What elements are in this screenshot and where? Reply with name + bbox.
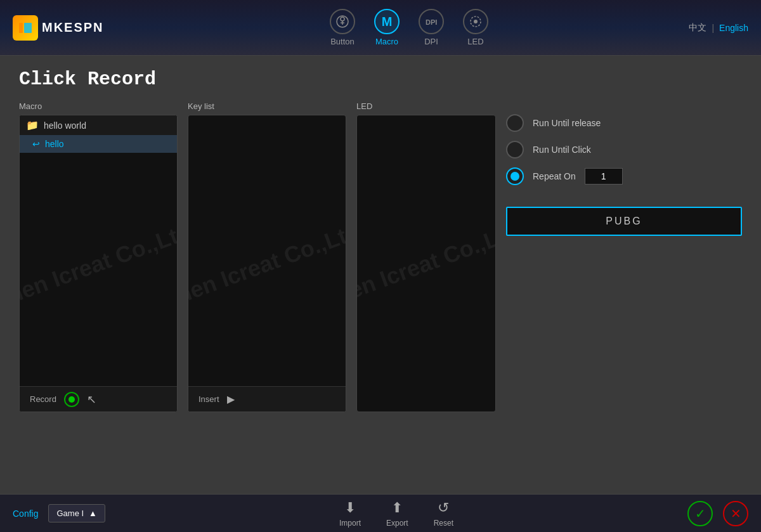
reset-icon: ↺: [438, 500, 449, 516]
record-button-inner: [68, 396, 75, 403]
lang-english[interactable]: English: [719, 23, 748, 33]
insert-label: Insert: [198, 394, 219, 404]
export-button[interactable]: ⬆ Export: [386, 500, 408, 528]
run-until-release-label: Run Until release: [533, 118, 601, 128]
reset-label: Reset: [434, 519, 453, 528]
watermark-keylist: Shenzhen Icreat Co.,Ltd Store: [188, 195, 346, 332]
tab-macro-label: Macro: [375, 37, 398, 46]
svg-text:DPI: DPI: [426, 18, 437, 26]
led-icon: [463, 9, 488, 34]
macro-folder-item[interactable]: 📁 hello world: [20, 115, 177, 135]
svg-point-8: [474, 20, 478, 23]
folder-icon: 📁: [26, 119, 39, 131]
tab-led-label: LED: [467, 37, 483, 46]
record-button[interactable]: [64, 392, 79, 407]
logo-icon: [13, 15, 38, 41]
config-dropdown[interactable]: Game I ▲: [48, 504, 105, 522]
watermark-led: Shenzhen Icreat Co.,Ltd Store: [356, 195, 496, 332]
led-panel-box: Shenzhen Icreat Co.,Ltd Store: [356, 115, 496, 412]
led-section: LED Shenzhen Icreat Co.,Ltd Store: [356, 101, 496, 412]
macro-item-name: hello: [45, 139, 64, 149]
tab-macro[interactable]: M Macro: [374, 9, 400, 46]
reset-button[interactable]: ↺ Reset: [434, 500, 453, 528]
logo-text: MKESPN: [42, 20, 104, 35]
macro-section: Macro 📁 hello world ↩ hello Shenzhen Icr…: [19, 101, 178, 412]
macro-footer: Record ↖: [20, 386, 177, 412]
repeat-value-input[interactable]: [585, 168, 623, 185]
watermark: Shenzhen Icreat Co.,Ltd Store: [19, 195, 178, 332]
keylist-label: Key list: [188, 101, 346, 111]
confirm-button[interactable]: ✓: [687, 501, 713, 526]
radio-repeat-on[interactable]: Repeat On: [506, 167, 742, 185]
main-content: Click Record Macro 📁 hello world ↩ hello…: [0, 56, 761, 494]
panels-row: Macro 📁 hello world ↩ hello Shenzhen Icr…: [19, 101, 742, 412]
macro-label: Macro: [19, 101, 178, 111]
footer-actions: ✓ ✕: [687, 501, 748, 526]
tab-dpi-label: DPI: [424, 37, 438, 46]
tab-led[interactable]: LED: [463, 9, 488, 46]
export-icon: ⬆: [391, 500, 403, 516]
keylist-panel-box: Shenzhen Icreat Co.,Ltd Store Insert ▶: [188, 115, 346, 412]
dpi-icon: DPI: [419, 9, 444, 34]
keylist-footer: Insert ▶: [188, 386, 346, 412]
macro-panel-box: 📁 hello world ↩ hello Shenzhen Icreat Co…: [19, 115, 178, 412]
macro-icon: M: [374, 9, 400, 34]
play-icon[interactable]: ▶: [227, 393, 235, 405]
svg-rect-0: [19, 23, 23, 33]
chevron-up-icon: ▲: [89, 509, 97, 518]
radio-circle-repeat[interactable]: [506, 167, 524, 185]
tab-button-label: Button: [330, 37, 354, 46]
import-button[interactable]: ⬇ Import: [339, 500, 361, 528]
tab-button[interactable]: Button: [330, 9, 355, 46]
lang-separator: |: [712, 23, 714, 33]
pubg-button[interactable]: PUBG: [506, 207, 742, 236]
macro-list: 📁 hello world ↩ hello: [20, 115, 177, 153]
export-label: Export: [386, 519, 408, 528]
macro-item-icon: ↩: [32, 139, 40, 149]
cursor-icon: ↖: [87, 393, 96, 406]
radio-run-until-release[interactable]: Run Until release: [506, 114, 742, 132]
record-label: Record: [30, 394, 56, 404]
radio-circle-click[interactable]: [506, 141, 524, 159]
repeat-on-label: Repeat On: [533, 171, 576, 181]
radio-run-until-click[interactable]: Run Until Click: [506, 141, 742, 159]
import-label: Import: [339, 519, 361, 528]
right-controls: Run Until release Run Until Click Repeat…: [506, 101, 742, 412]
led-label: LED: [356, 101, 496, 111]
macro-list-item[interactable]: ↩ hello: [20, 135, 177, 153]
config-profile-name: Game I: [56, 509, 84, 518]
import-icon: ⬇: [344, 500, 356, 516]
config-label: Config: [13, 509, 38, 519]
cancel-button[interactable]: ✕: [723, 501, 748, 526]
svg-point-3: [341, 17, 344, 21]
footer-center: ⬇ Import ⬆ Export ↺ Reset: [115, 500, 677, 528]
keylist-section: Key list Shenzhen Icreat Co.,Ltd Store I…: [188, 101, 346, 412]
language-selector: 中文 | English: [689, 22, 748, 34]
footer: Config Game I ▲ ⬇ Import ⬆ Export ↺ Rese…: [0, 494, 761, 532]
svg-rect-1: [24, 23, 32, 33]
button-icon: [330, 9, 355, 34]
logo-area: MKESPN: [13, 15, 104, 41]
tab-dpi[interactable]: DPI DPI: [419, 9, 444, 46]
lang-chinese[interactable]: 中文: [689, 22, 706, 34]
radio-circle-release[interactable]: [506, 114, 524, 132]
macro-folder-name: hello world: [44, 120, 86, 131]
page-title: Click Record: [19, 68, 742, 90]
nav-tabs: Button M Macro DPI DPI: [129, 9, 689, 46]
run-until-click-label: Run Until Click: [533, 145, 591, 155]
header: MKESPN Button M Macro: [0, 0, 761, 56]
